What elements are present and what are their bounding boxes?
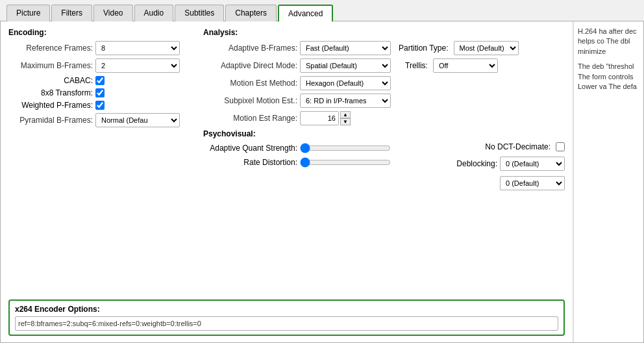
encoding-panel: Encoding: Reference Frames: 8 Maximum B-…	[8, 28, 197, 294]
adaptive-bframes-row: Adaptive B-Frames: Fast (Default) Partit…	[203, 41, 565, 55]
motion-method-label: Motion Est Method:	[203, 79, 297, 88]
motion-method-select[interactable]: Hexagon (Default)	[300, 76, 391, 90]
weighted-label: Weighted P-Frames:	[8, 101, 93, 110]
tab-bar: Picture Filters Video Audio Subtitles Ch…	[0, 0, 644, 21]
no-dct-checkbox[interactable]	[556, 142, 565, 151]
rate-distortion-row: Rate Distortion:	[203, 157, 456, 168]
adaptive-direct-select[interactable]: Spatial (Default)	[300, 58, 391, 73]
reference-frames-label: Reference Frames:	[8, 44, 93, 53]
deblocking-select1[interactable]: 0 (Default)	[500, 157, 565, 171]
adaptive-quant-slider[interactable]	[300, 142, 391, 154]
panels-row: Encoding: Reference Frames: 8 Maximum B-…	[8, 28, 565, 294]
encoder-options-title: x264 Encoder Options:	[15, 305, 558, 314]
encoder-options-section: x264 Encoder Options:	[8, 299, 565, 336]
main-container: Picture Filters Video Audio Subtitles Ch…	[0, 0, 644, 343]
encoding-title: Encoding:	[8, 28, 197, 37]
adaptive-direct-label: Adaptive Direct Mode:	[203, 61, 297, 70]
transform-checkbox[interactable]	[95, 88, 105, 97]
subpixel-select[interactable]: 6: RD in I/P-frames	[300, 94, 391, 108]
motion-range-down-button[interactable]: ▼	[340, 118, 351, 125]
sidebar-text-2: The deb "threshol The form controls Lowe…	[578, 62, 639, 92]
deblock-controls: No DCT-Decimate: Deblocking: 0 (Default)	[456, 142, 565, 190]
psychovisual-section: Psychovisual: Adaptive Quant Strength:	[203, 129, 565, 190]
right-sidebar: H.264 ha after dec helps co The dbl mini…	[573, 21, 643, 342]
no-dct-label: No DCT-Decimate:	[485, 142, 551, 151]
cabac-label: CABAC:	[8, 76, 93, 85]
transform-label: 8x8 Transform:	[8, 88, 93, 97]
adaptive-bframes-select[interactable]: Fast (Default)	[300, 41, 391, 55]
max-bframes-select[interactable]: 2	[95, 58, 180, 73]
motion-range-row: Motion Est Range: ▲ ▼	[203, 111, 565, 125]
pyramidal-label: Pyramidal B-Frames:	[8, 116, 93, 125]
tab-video[interactable]: Video	[93, 5, 132, 21]
psychovisual-title: Psychovisual:	[203, 129, 565, 138]
partition-type-label: Partition Type:	[399, 44, 449, 53]
motion-range-label: Motion Est Range:	[203, 114, 297, 123]
max-bframes-row: Maximum B-Frames: 2	[8, 58, 197, 73]
adaptive-quant-label: Adaptive Quant Strength:	[203, 144, 297, 153]
sidebar-text-1: H.264 ha after dec helps co The dbl mini…	[578, 27, 639, 57]
pyramidal-select[interactable]: Normal (Defau	[95, 113, 180, 127]
transform-row: 8x8 Transform:	[8, 88, 197, 97]
reference-frames-row: Reference Frames: 8	[8, 41, 197, 55]
cabac-checkbox[interactable]	[95, 76, 105, 85]
encoder-options-input[interactable]	[15, 316, 558, 331]
cabac-row: CABAC:	[8, 76, 197, 85]
motion-range-input[interactable]	[300, 111, 339, 125]
weighted-row: Weighted P-Frames:	[8, 101, 197, 110]
tab-advanced[interactable]: Advanced	[278, 5, 333, 21]
max-bframes-label: Maximum B-Frames:	[8, 61, 93, 70]
pyramidal-row: Pyramidal B-Frames: Normal (Defau	[8, 113, 197, 127]
deblocking-label: Deblocking:	[456, 159, 497, 168]
motion-range-up-button[interactable]: ▲	[340, 111, 351, 118]
adaptive-direct-row: Adaptive Direct Mode: Spatial (Default) …	[203, 58, 565, 73]
subpixel-label: Subpixel Motion Est.:	[203, 96, 297, 105]
deblocking-select2[interactable]: 0 (Default)	[500, 176, 565, 190]
psycho-sliders: Adaptive Quant Strength: Rate Distortion…	[203, 142, 456, 171]
rate-distortion-label: Rate Distortion:	[203, 158, 297, 167]
rate-distortion-slider[interactable]	[300, 157, 391, 168]
subpixel-row: Subpixel Motion Est.: 6: RD in I/P-frame…	[203, 94, 565, 108]
tab-picture[interactable]: Picture	[6, 5, 50, 21]
tab-chapters[interactable]: Chapters	[225, 5, 277, 21]
trellis-label: Trellis:	[405, 61, 428, 70]
tab-filters[interactable]: Filters	[51, 5, 92, 21]
left-panel: Encoding: Reference Frames: 8 Maximum B-…	[1, 21, 573, 342]
partition-type-select[interactable]: Most (Default)	[454, 41, 519, 55]
motion-method-row: Motion Est Method: Hexagon (Default)	[203, 76, 565, 90]
tab-subtitles[interactable]: Subtitles	[175, 5, 224, 21]
adaptive-bframes-label: Adaptive B-Frames:	[203, 44, 297, 53]
content-area: Encoding: Reference Frames: 8 Maximum B-…	[0, 21, 644, 343]
analysis-title: Analysis:	[203, 28, 565, 37]
analysis-panel: Analysis: Adaptive B-Frames: Fast (Defau…	[203, 28, 565, 294]
tab-audio[interactable]: Audio	[134, 5, 174, 21]
adaptive-quant-row: Adaptive Quant Strength:	[203, 142, 456, 154]
motion-range-spinner: ▲ ▼	[340, 111, 351, 125]
weighted-checkbox[interactable]	[95, 101, 105, 110]
reference-frames-select[interactable]: 8	[95, 41, 180, 55]
trellis-select[interactable]: Off	[433, 58, 498, 73]
